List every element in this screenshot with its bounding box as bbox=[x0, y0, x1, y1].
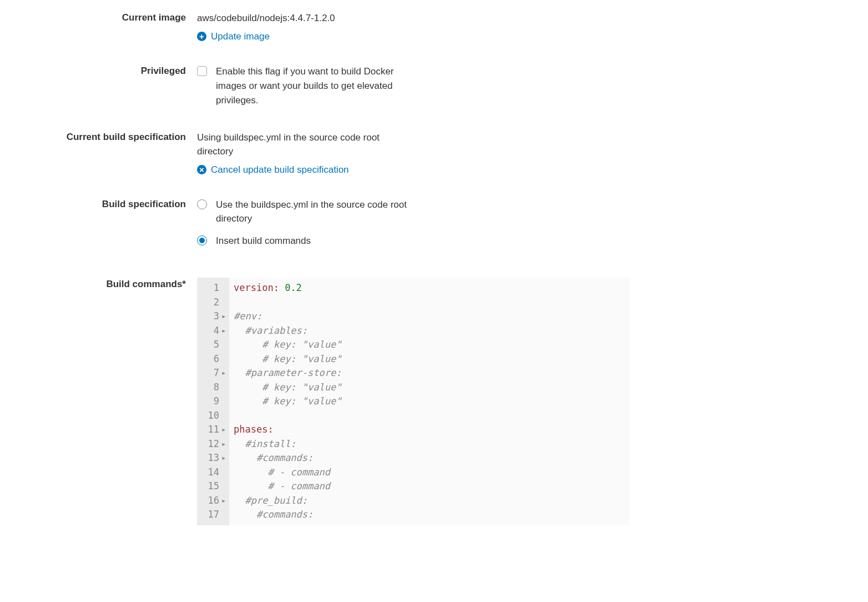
gutter-line: 3▸ bbox=[204, 309, 226, 324]
code-editor[interactable]: 123▸4▸567▸891011▸12▸13▸141516▸17 version… bbox=[197, 278, 630, 525]
gutter-line: 13▸ bbox=[204, 451, 226, 465]
code-body[interactable]: version: 0.2#env: #variables: # key: "va… bbox=[229, 278, 630, 525]
gutter-line: 6 bbox=[204, 352, 226, 367]
code-gutter: 123▸4▸567▸891011▸12▸13▸141516▸17 bbox=[197, 278, 229, 525]
buildspec-radio-insert-commands[interactable]: Insert build commands bbox=[197, 234, 630, 248]
current-image-row: Current image aws/codebuild/nodejs:4.4.7… bbox=[0, 11, 868, 42]
privileged-content: Enable this flag if you want to build Do… bbox=[197, 64, 630, 108]
gutter-line: 9 bbox=[204, 394, 226, 409]
cancel-update-buildspec-text: Cancel update build specification bbox=[211, 164, 349, 175]
buildspec-option-1: Insert build commands bbox=[216, 234, 311, 248]
current-image-label: Current image bbox=[0, 11, 197, 23]
code-line[interactable]: phases: bbox=[234, 423, 625, 437]
gutter-line: 7▸ bbox=[204, 366, 226, 380]
code-line[interactable]: #env: bbox=[234, 309, 625, 324]
build-commands-content: 123▸4▸567▸891011▸12▸13▸141516▸17 version… bbox=[197, 278, 630, 525]
gutter-line: 2 bbox=[204, 295, 226, 310]
plus-circle-icon bbox=[197, 32, 206, 41]
privileged-description: Enable this flag if you want to build Do… bbox=[216, 64, 416, 108]
code-line[interactable]: #variables: bbox=[234, 324, 625, 338]
gutter-line: 15 bbox=[204, 479, 226, 494]
code-line[interactable]: #parameter-store: bbox=[234, 366, 625, 380]
code-line[interactable]: #commands: bbox=[234, 508, 625, 522]
code-line[interactable]: #commands: bbox=[234, 451, 625, 465]
current-image-content: aws/codebuild/nodejs:4.4.7-1.2.0 Update … bbox=[197, 11, 630, 42]
buildspec-label: Build specification bbox=[0, 198, 197, 210]
code-line[interactable]: # - command bbox=[234, 465, 625, 480]
code-line[interactable]: # key: "value" bbox=[234, 352, 625, 367]
radio-unchecked[interactable] bbox=[197, 199, 207, 209]
current-buildspec-label: Current build specification bbox=[0, 131, 197, 143]
gutter-line: 10 bbox=[204, 409, 226, 423]
current-buildspec-content: Using buildspec.yml in the source code r… bbox=[197, 131, 630, 175]
code-line[interactable]: # key: "value" bbox=[234, 338, 625, 352]
code-line[interactable]: # - command bbox=[234, 479, 625, 494]
current-buildspec-row: Current build specification Using builds… bbox=[0, 131, 868, 175]
gutter-line: 8 bbox=[204, 380, 226, 395]
radio-checked[interactable] bbox=[197, 235, 207, 245]
code-line[interactable]: #pre_build: bbox=[234, 494, 625, 508]
code-line[interactable] bbox=[234, 295, 625, 310]
current-image-value: aws/codebuild/nodejs:4.4.7-1.2.0 bbox=[197, 11, 630, 26]
buildspec-row: Build specification Use the buildspec.ym… bbox=[0, 198, 868, 256]
cancel-update-buildspec-link[interactable]: Cancel update build specification bbox=[197, 164, 630, 175]
privileged-label: Privileged bbox=[0, 64, 197, 77]
code-line[interactable]: # key: "value" bbox=[234, 380, 625, 395]
update-image-link[interactable]: Update image bbox=[197, 31, 630, 42]
code-line[interactable]: #install: bbox=[234, 437, 625, 452]
code-line[interactable]: # key: "value" bbox=[234, 394, 625, 409]
privileged-checkbox[interactable] bbox=[197, 66, 207, 76]
x-circle-icon bbox=[197, 165, 206, 174]
buildspec-content: Use the buildspec.yml in the source code… bbox=[197, 198, 630, 256]
code-line[interactable]: version: 0.2 bbox=[234, 281, 625, 295]
privileged-row: Privileged Enable this flag if you want … bbox=[0, 64, 868, 108]
gutter-line: 1 bbox=[204, 281, 226, 295]
build-commands-row: Build commands* 123▸4▸567▸891011▸12▸13▸1… bbox=[0, 278, 868, 525]
current-buildspec-value: Using buildspec.yml in the source code r… bbox=[197, 131, 402, 159]
buildspec-radio-use-yml[interactable]: Use the buildspec.yml in the source code… bbox=[197, 198, 630, 226]
gutter-line: 17 bbox=[204, 508, 226, 522]
buildspec-option-0: Use the buildspec.yml in the source code… bbox=[216, 198, 410, 226]
gutter-line: 4▸ bbox=[204, 324, 226, 338]
gutter-line: 14 bbox=[204, 465, 226, 480]
gutter-line: 11▸ bbox=[204, 423, 226, 437]
update-image-link-text: Update image bbox=[211, 31, 270, 42]
gutter-line: 16▸ bbox=[204, 494, 226, 508]
code-line[interactable] bbox=[234, 409, 625, 423]
gutter-line: 5 bbox=[204, 338, 226, 352]
build-commands-label: Build commands* bbox=[0, 278, 197, 290]
gutter-line: 12▸ bbox=[204, 437, 226, 452]
